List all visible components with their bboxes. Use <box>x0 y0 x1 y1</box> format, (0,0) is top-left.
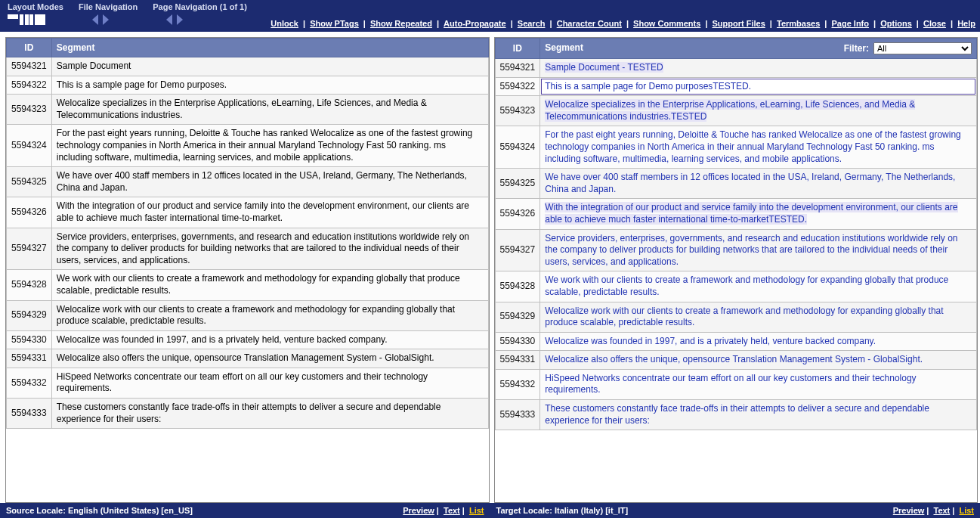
source-segment-text[interactable]: We work with our clients to create a fra… <box>51 270 488 300</box>
segment-id: 5594328 <box>7 270 52 300</box>
toplink-support-files[interactable]: Support Files <box>713 19 765 28</box>
target-segment-text[interactable]: Sample Document - TESTED <box>540 59 977 78</box>
segment-id: 5594328 <box>495 271 540 302</box>
layout-vertical-icon[interactable] <box>25 14 33 25</box>
target-row[interactable]: 5594327Service providers, enterprises, g… <box>495 229 977 271</box>
source-segment-text[interactable]: HiSpeed Networks concentrate our team ef… <box>51 368 488 398</box>
source-segment-text[interactable]: Welocalize specializes in the Enterprise… <box>51 95 488 125</box>
source-row[interactable]: 5594333These customers constantly face t… <box>7 399 489 429</box>
segment-id: 5594326 <box>495 199 540 229</box>
source-row[interactable]: 5594332HiSpeed Networks concentrate our … <box>7 368 489 398</box>
target-row[interactable]: 5594323Welocalize specializes in the Ent… <box>495 96 977 126</box>
source-row[interactable]: 5594330Welocalize was founded in 1997, a… <box>7 330 489 349</box>
toplink-show-ptags[interactable]: Show PTags <box>310 19 359 28</box>
toplink-unlock[interactable]: Unlock <box>271 19 298 28</box>
source-segment-text[interactable]: This is a sample page for Demo purposes. <box>51 76 488 95</box>
status-bar: Source Locale: English (United States) [… <box>0 503 980 518</box>
filter-select[interactable]: All <box>873 42 972 54</box>
filter-label: Filter: <box>844 43 869 54</box>
target-header-id: ID <box>495 39 540 59</box>
target-list-link[interactable]: List <box>959 506 974 515</box>
layout-horizontal-icon[interactable] <box>8 14 18 25</box>
source-header-segment: Segment <box>51 39 488 57</box>
target-row[interactable]: 5594324For the past eight years running,… <box>495 126 977 169</box>
target-row[interactable]: 5594328We work with our clients to creat… <box>495 271 977 302</box>
target-row[interactable]: 5594329Welocalize work with our clients … <box>495 302 977 332</box>
file-nav-label: File Navigation <box>79 2 138 13</box>
source-list-link[interactable]: List <box>469 506 484 515</box>
target-preview-link[interactable]: Preview <box>893 506 925 515</box>
segment-id: 5594329 <box>7 300 52 330</box>
toplink-search[interactable]: Search <box>518 19 546 28</box>
target-row[interactable]: 5594326With the integration of our produ… <box>495 199 977 229</box>
source-text-link[interactable]: Text <box>444 506 460 515</box>
source-segment-text[interactable]: Service providers, enterprises, governme… <box>51 228 488 270</box>
source-segment-text[interactable]: With the integration of our product and … <box>51 197 488 228</box>
target-segment-text[interactable]: Service providers, enterprises, governme… <box>540 229 977 271</box>
file-prev-icon[interactable] <box>92 14 98 25</box>
target-segment-text[interactable]: Welocalize also offers the unique, opens… <box>540 351 977 370</box>
source-row[interactable]: 5594322This is a sample page for Demo pu… <box>7 76 489 95</box>
toplink-close[interactable]: Close <box>923 19 946 28</box>
source-segment-text[interactable]: Welocalize work with our clients to crea… <box>51 300 488 330</box>
target-row[interactable]: 5594332HiSpeed Networks concentrate our … <box>495 369 977 399</box>
target-segment-text[interactable]: Welocalize work with our clients to crea… <box>540 302 977 332</box>
file-nav-group: File Navigation <box>71 0 145 32</box>
layout-stacked-icon[interactable] <box>20 14 23 25</box>
page-prev-icon[interactable] <box>166 14 172 25</box>
target-segment-text[interactable]: We have over 400 staff members in 12 off… <box>540 169 977 199</box>
target-row[interactable]: 5594330Welocalize was founded in 1997, a… <box>495 332 977 351</box>
toplink-page-info[interactable]: Page Info <box>832 19 870 28</box>
source-locale-label: Source Locale: English (United States) [… <box>6 506 193 515</box>
source-row[interactable]: 5594327Service providers, enterprises, g… <box>7 228 489 270</box>
target-segment-text[interactable]: With the integration of our product and … <box>540 199 977 229</box>
segment-id: 5594322 <box>495 77 540 96</box>
segment-id: 5594324 <box>495 126 540 169</box>
source-segment-text[interactable]: These customers constantly face trade-of… <box>51 399 488 429</box>
toplink-show-comments[interactable]: Show Comments <box>633 19 700 28</box>
source-row[interactable]: 5594331Welocalize also offers the unique… <box>7 349 489 368</box>
page-next-icon[interactable] <box>177 14 183 25</box>
source-segment-text[interactable]: We have over 400 staff members in 12 off… <box>51 167 488 197</box>
target-segment-text[interactable]: For the past eight years running, Deloit… <box>540 126 977 169</box>
target-segment-text[interactable]: We work with our clients to create a fra… <box>540 271 977 302</box>
source-segment-text[interactable]: Welocalize also offers the unique, opens… <box>51 349 488 368</box>
target-row[interactable]: 5594331Welocalize also offers the unique… <box>495 351 977 370</box>
target-segment-text[interactable]: This is a sample page for Demo purposesT… <box>540 77 977 96</box>
target-segment-text[interactable]: Welocalize was founded in 1997, and is a… <box>540 332 977 351</box>
target-row[interactable]: 5594322This is a sample page for Demo pu… <box>495 77 977 96</box>
toplink-auto-propagate[interactable]: Auto-Propagate <box>444 19 506 28</box>
segment-id: 5594331 <box>7 349 52 368</box>
source-segment-text[interactable]: Welocalize was founded in 1997, and is a… <box>51 330 488 349</box>
toplink-show-repeated[interactable]: Show Repeated <box>370 19 432 28</box>
segment-id: 5594332 <box>495 369 540 399</box>
source-segment-text[interactable]: For the past eight years running, Deloit… <box>51 125 488 167</box>
toplink-help[interactable]: Help <box>957 19 975 28</box>
target-row[interactable]: 5594325We have over 400 staff members in… <box>495 169 977 199</box>
source-row[interactable]: 5594325We have over 400 staff members in… <box>7 167 489 197</box>
source-preview-link[interactable]: Preview <box>403 506 434 515</box>
toplink-character-count[interactable]: Character Count <box>557 19 622 28</box>
file-next-icon[interactable] <box>103 14 109 25</box>
layout-modes-group: Layout Modes <box>0 0 71 32</box>
source-segment-text[interactable]: Sample Document <box>51 57 488 76</box>
segment-id: 5594333 <box>495 400 540 430</box>
layout-single-icon[interactable] <box>35 14 45 25</box>
target-segment-text[interactable]: Welocalize specializes in the Enterprise… <box>540 96 977 126</box>
source-row[interactable]: 5594328We work with our clients to creat… <box>7 270 489 300</box>
target-row[interactable]: 5594333These customers constantly face t… <box>495 400 977 430</box>
source-row[interactable]: 5594326With the integration of our produ… <box>7 197 489 228</box>
source-row[interactable]: 5594324For the past eight years running,… <box>7 125 489 167</box>
target-text-link[interactable]: Text <box>933 506 950 515</box>
target-segment-text[interactable]: These customers constantly face trade-of… <box>540 400 977 430</box>
source-row[interactable]: 5594329Welocalize work with our clients … <box>7 300 489 330</box>
toplink-termbases[interactable]: Termbases <box>777 19 820 28</box>
source-row[interactable]: 5594321Sample Document <box>7 57 489 76</box>
source-row[interactable]: 5594323Welocalize specializes in the Ent… <box>7 95 489 125</box>
toplink-options[interactable]: Options <box>880 19 912 28</box>
source-table: ID Segment 5594321Sample Document5594322… <box>6 38 489 429</box>
target-pane: ID Segment Filter: All 5594321Sample Doc… <box>494 37 978 503</box>
target-row[interactable]: 5594321Sample Document - TESTED <box>495 59 977 78</box>
segment-id: 5594327 <box>7 228 52 270</box>
target-segment-text[interactable]: HiSpeed Networks concentrate our team ef… <box>540 369 977 399</box>
